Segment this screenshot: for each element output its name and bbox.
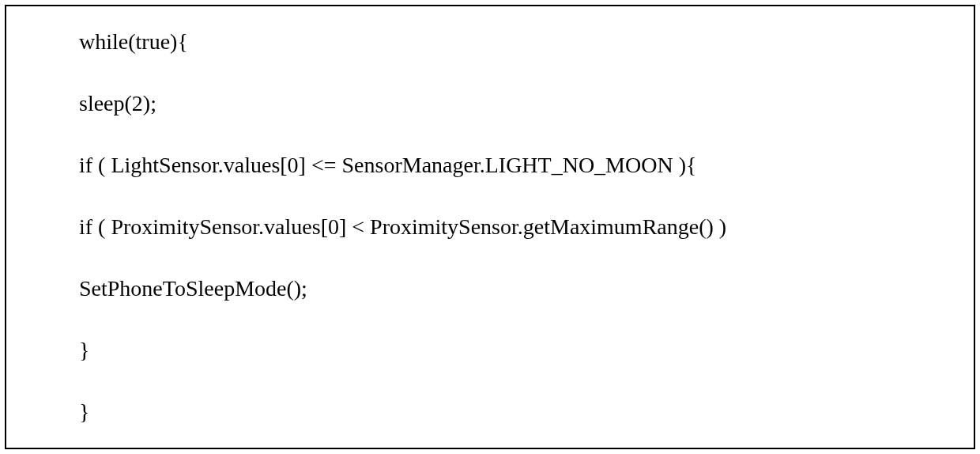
code-line-7: } [79, 399, 974, 426]
code-box: while(true){ sleep(2); if ( LightSensor.… [5, 5, 975, 449]
code-line-6: } [79, 337, 974, 364]
code-line-5: SetPhoneToSleepMode(); [79, 275, 974, 302]
code-line-1: while(true){ [79, 28, 974, 55]
code-line-3: if ( LightSensor.values[0] <= SensorMana… [79, 152, 974, 179]
code-line-4: if ( ProximitySensor.values[0] < Proximi… [79, 214, 974, 240]
code-line-2: sleep(2); [79, 90, 974, 117]
